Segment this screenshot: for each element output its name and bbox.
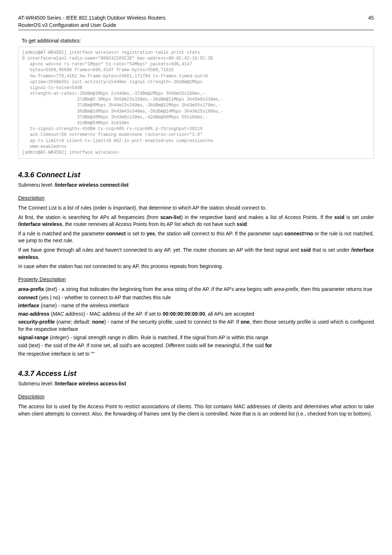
- desc-p3: If a rule is matched and the parameter c…: [18, 230, 374, 244]
- prop-ssid: ssid (text) - the ssid of the AP. If non…: [18, 342, 374, 349]
- header-line2: RouterOS v3 Configuration and User Guide: [18, 22, 116, 28]
- description-heading: Description: [18, 194, 374, 202]
- submenu-prefix-437: Submenu level:: [18, 381, 54, 386]
- header-title: AT-WR4500 Series - IEEE 802.11abgh Outdo…: [18, 15, 166, 29]
- prop-respective: the respective interface is set to "": [18, 351, 374, 358]
- desc-p1: The Connect List is a list of rules (ord…: [18, 204, 374, 212]
- submenu-437: Submenu level: /interface wireless acces…: [18, 380, 374, 388]
- prop-signal-range: signal-range (integer) - signal strength…: [18, 334, 374, 341]
- description-heading-437: Description: [18, 393, 374, 400]
- property-list: area-prefix (text) - a string that indic…: [18, 286, 374, 357]
- page-header: AT-WR4500 Series - IEEE 802.11abgh Outdo…: [18, 15, 374, 30]
- desc-437: The access list is used by the Access Po…: [18, 403, 374, 417]
- prop-security-profile: security-profile (name; default: none) -…: [18, 319, 374, 333]
- submenu-436: Submenu level: /interface wireless conne…: [18, 182, 374, 189]
- submenu-bold: /interface wireless connect-list: [54, 182, 128, 188]
- stats-intro: To get additional statistics:: [22, 37, 374, 45]
- submenu-prefix: Submenu level:: [18, 182, 54, 188]
- property-heading: Property Description: [18, 276, 374, 283]
- prop-interface: interface (name) - name of the wireless …: [18, 302, 374, 309]
- submenu-bold-437: /interface wireless access-list: [54, 381, 126, 386]
- desc-p5: In case when the station has not connect…: [18, 263, 374, 270]
- prop-mac-address: mac-address (MAC address) - MAC address …: [18, 311, 374, 318]
- section-437-title: 4.3.7 Access List: [18, 368, 374, 378]
- section-436-title: 4.3.6 Connect List: [18, 170, 374, 180]
- prop-connect: connect (yes | no) - whether to connect …: [18, 294, 374, 301]
- desc-p4: If we have gone through all rules and ha…: [18, 247, 374, 261]
- page-number: 45: [368, 15, 374, 22]
- header-line1: AT-WR4500 Series - IEEE 802.11abgh Outdo…: [18, 15, 166, 21]
- code-block: [admin@AT-WR4562] interface wireless> re…: [18, 46, 374, 159]
- desc-p2: At first, the station is searching for A…: [18, 214, 374, 228]
- prop-area-prefix: area-prefix (text) - a string that indic…: [18, 286, 374, 293]
